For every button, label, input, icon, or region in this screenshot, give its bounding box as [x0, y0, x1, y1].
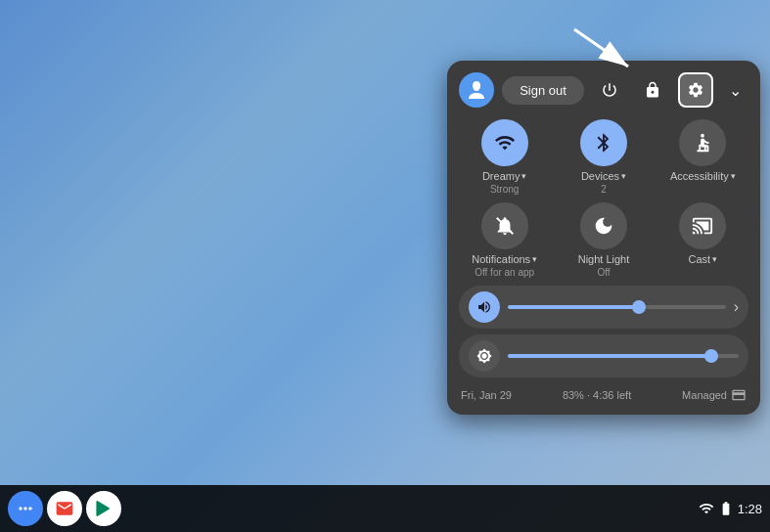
footer-managed: Managed — [682, 387, 747, 403]
quick-settings-panel: Sign out ⌄ Dre — [447, 61, 760, 415]
brightness-slider[interactable] — [508, 354, 739, 358]
taskbar-right: 1:28 — [699, 501, 762, 516]
wifi-tray-icon — [699, 501, 714, 516]
cast-label: Cast ▾ — [689, 253, 718, 265]
toggle-night-light[interactable]: Night Light Off — [558, 202, 649, 278]
volume-row[interactable]: › — [459, 286, 748, 329]
taskbar: 1:28 — [0, 485, 770, 532]
dreamy-label: Dreamy ▾ — [482, 170, 527, 182]
play-store-button[interactable] — [86, 491, 121, 526]
sign-out-button[interactable]: Sign out — [502, 76, 584, 105]
brightness-row[interactable] — [459, 334, 748, 377]
night-light-icon — [580, 202, 627, 249]
bluetooth-icon — [580, 119, 627, 166]
night-light-sublabel: Off — [597, 267, 610, 278]
settings-button[interactable] — [678, 72, 713, 108]
panel-footer: Fri, Jan 29 83% · 4:36 left Managed — [459, 383, 748, 403]
system-tray: 1:28 — [699, 501, 762, 516]
volume-expand-button[interactable]: › — [734, 298, 739, 316]
cast-icon — [679, 202, 726, 249]
toggle-devices[interactable]: Devices ▾ 2 — [558, 119, 649, 195]
volume-icon — [469, 291, 500, 323]
devices-sublabel: 2 — [601, 184, 607, 195]
accessibility-label: Accessibility ▾ — [670, 170, 736, 182]
devices-label: Devices ▾ — [581, 170, 626, 182]
toggle-cast[interactable]: Cast ▾ — [657, 202, 748, 278]
dreamy-sublabel: Strong — [490, 184, 519, 195]
footer-battery: 83% · 4:36 left — [563, 389, 631, 401]
expand-button[interactable]: ⌄ — [721, 76, 748, 104]
accessibility-icon — [679, 119, 726, 166]
system-time: 1:28 — [738, 502, 762, 516]
gmail-button[interactable] — [47, 491, 82, 526]
notifications-label: Notifications ▾ — [472, 253, 537, 265]
toggle-dreamy[interactable]: Dreamy ▾ Strong — [459, 119, 550, 195]
taskbar-left — [8, 491, 121, 526]
footer-date: Fri, Jan 29 — [461, 389, 512, 401]
toggles-grid: Dreamy ▾ Strong Devices ▾ 2 — [459, 119, 748, 278]
volume-slider[interactable] — [508, 305, 726, 309]
user-avatar — [459, 72, 494, 108]
svg-point-2 — [701, 134, 704, 138]
battery-tray-icon — [718, 501, 734, 516]
night-light-label: Night Light — [578, 253, 630, 265]
dreamy-icon — [481, 119, 528, 166]
svg-line-1 — [574, 29, 628, 66]
launcher-button[interactable] — [8, 491, 43, 526]
arrow-pointer — [565, 20, 643, 78]
toggle-notifications[interactable]: Notifications ▾ Off for an app — [459, 202, 550, 278]
notifications-sublabel: Off for an app — [475, 267, 534, 278]
brightness-icon — [469, 340, 500, 372]
notifications-icon — [481, 202, 528, 249]
toggle-accessibility[interactable]: Accessibility ▾ — [657, 119, 748, 195]
